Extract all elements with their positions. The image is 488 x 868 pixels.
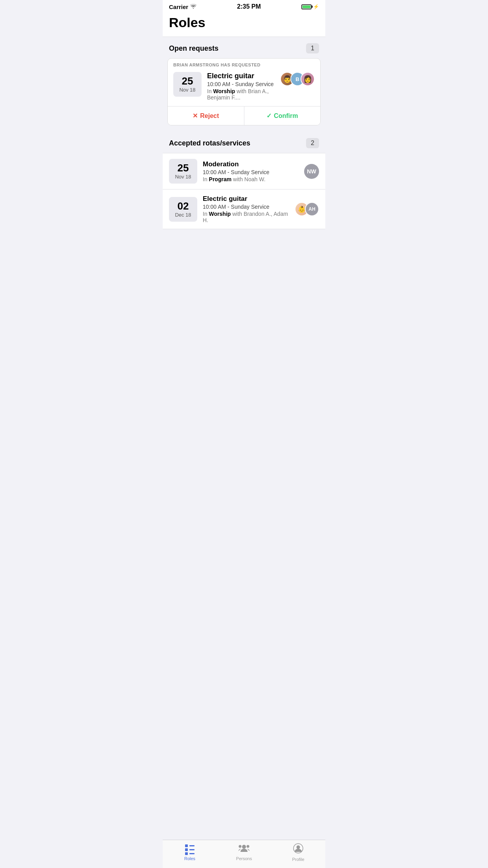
battery-icon [301,4,312,9]
request-card: BRIAN ARMSTRONG HAS REQUESTED 25 Nov 18 … [167,58,321,125]
carrier-label: Carrier [169,4,188,10]
reject-label: Reject [200,112,219,120]
request-date-box: 25 Nov 18 [173,72,202,97]
context-pre: In [207,88,213,94]
request-date-day: 25 [179,76,196,86]
reject-x-icon: ✕ [193,112,198,120]
confirm-check-icon: ✓ [266,112,272,120]
female-person-icon: 👩 [301,73,314,85]
item1-role-title: Moderation [203,160,299,168]
list-item[interactable]: 02 Dec 18 Electric guitar 10:00 AM - Sun… [163,189,325,229]
item2-date-day: 02 [174,201,192,211]
request-date-month: Nov 18 [179,87,196,93]
item1-group: Program [209,176,232,182]
ah-initials-icon: AH [306,203,318,215]
status-bar: Carrier 2:35 PM ⚡ [163,0,325,12]
request-info: Electric guitar 10:00 AM - Sunday Servic… [207,72,275,101]
context-group: Worship [213,88,235,94]
confirm-button[interactable]: ✓ Confirm [244,107,321,125]
request-context: In Worship with Brian A., Benjamin F.... [207,88,275,101]
reject-button[interactable]: ✕ Reject [168,107,244,125]
item2-info: Electric guitar 10:00 AM - Sunday Servic… [203,195,289,223]
accepted-rotas-title: Accepted rotas/services [169,139,250,147]
open-requests-header: Open requests 1 [163,37,325,58]
item2-context: In Worship with Brandon A., Adam H. [203,211,289,223]
item2-initials-ah: AH [305,202,319,216]
item2-role-title: Electric guitar [203,195,289,203]
request-card-body: 25 Nov 18 Electric guitar 10:00 AM - Sun… [168,70,320,106]
accepted-rotas-header: Accepted rotas/services 2 [163,132,325,153]
open-requests-title: Open requests [169,44,218,53]
nw-avatar-icon: NW [304,164,319,179]
request-actions: ✕ Reject ✓ Confirm [168,106,320,125]
item2-group: Worship [209,211,231,217]
charging-icon: ⚡ [313,4,319,9]
accepted-rotas-list: 25 Nov 18 Moderation 10:00 AM - Sunday S… [163,153,325,229]
status-carrier-wifi: Carrier [169,4,196,10]
confirm-label: Confirm [274,112,298,120]
item1-info: Moderation 10:00 AM - Sunday Service In … [203,160,299,182]
request-card-header: BRIAN ARMSTRONG HAS REQUESTED [168,59,320,70]
wifi-icon [190,4,196,10]
item1-avatar: NW [304,164,319,179]
item2-time-service: 10:00 AM - Sunday Service [203,204,289,210]
list-item[interactable]: 25 Nov 18 Moderation 10:00 AM - Sunday S… [163,153,325,189]
item2-date-box: 02 Dec 18 [169,197,197,222]
accepted-rotas-count: 2 [306,138,319,148]
page-title-area: Roles [163,12,325,37]
item2-avatars: 👶 AH [295,202,319,216]
item1-time-service: 10:00 AM - Sunday Service [203,169,299,175]
item1-date-month: Nov 18 [174,174,192,180]
item2-stacked-avatars: 👶 AH [295,202,319,216]
open-requests-count: 1 [306,43,319,53]
avatar-female: 👩 [301,72,315,86]
request-role-title: Electric guitar [207,72,275,80]
status-time: 2:35 PM [237,3,261,10]
item1-date-day: 25 [174,163,192,173]
item1-date-box: 25 Nov 18 [169,159,197,184]
item1-context: In Program with Noah W. [203,176,299,182]
request-avatars: 👨 B 👩 [280,72,315,86]
page-title: Roles [169,15,319,30]
item2-date-month: Dec 18 [174,212,192,218]
status-battery: ⚡ [301,4,319,9]
request-time-service: 10:00 AM - Sunday Service [207,81,275,87]
